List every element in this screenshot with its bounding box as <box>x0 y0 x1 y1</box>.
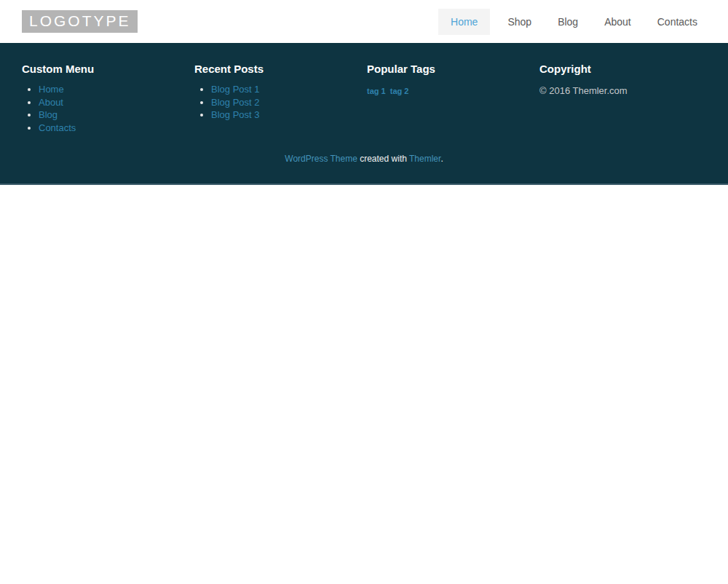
footer-copyright: Copyright © 2016 Themler.com <box>539 63 712 134</box>
tag-link-1[interactable]: tag 1 <box>367 87 386 95</box>
footer-link-blog[interactable]: Blog <box>39 109 58 120</box>
page: LOGOTYPE Home Shop Blog About Contacts C… <box>0 0 728 584</box>
copyright-text: © 2016 Themler.com <box>539 85 712 96</box>
list-item: Blog Post 2 <box>211 96 367 109</box>
recent-post-link-3[interactable]: Blog Post 3 <box>211 109 260 120</box>
nav-item-about[interactable]: About <box>596 9 640 35</box>
nav-item-shop[interactable]: Shop <box>499 9 540 35</box>
recent-posts-title: Recent Posts <box>194 63 367 75</box>
themler-link[interactable]: Themler <box>409 154 440 164</box>
footer-columns: Custom Menu Home About Blog Contacts Rec… <box>0 63 728 134</box>
site-footer: Custom Menu Home About Blog Contacts Rec… <box>0 43 728 185</box>
credit-suffix: . <box>440 154 443 164</box>
copyright-title: Copyright <box>539 63 712 75</box>
list-item: Blog Post 3 <box>211 108 367 122</box>
nav-item-contacts[interactable]: Contacts <box>649 9 706 35</box>
footer-link-about[interactable]: About <box>39 97 63 108</box>
recent-post-link-2[interactable]: Blog Post 2 <box>211 97 260 108</box>
tag-link-2[interactable]: tag 2 <box>390 87 409 95</box>
credit-text: created with <box>357 154 409 164</box>
nav-item-home[interactable]: Home <box>438 9 490 35</box>
nav-item-blog[interactable]: Blog <box>549 9 587 35</box>
footer-recent-posts: Recent Posts Blog Post 1 Blog Post 2 Blo… <box>194 63 367 134</box>
custom-menu-title: Custom Menu <box>22 63 194 75</box>
footer-popular-tags: Popular Tags tag 1 tag 2 <box>367 63 539 134</box>
list-item: Blog <box>39 108 194 122</box>
recent-posts-list: Blog Post 1 Blog Post 2 Blog Post 3 <box>194 83 367 122</box>
list-item: Contacts <box>39 122 194 135</box>
site-header: LOGOTYPE Home Shop Blog About Contacts <box>0 0 728 43</box>
popular-tags-title: Popular Tags <box>367 63 539 75</box>
site-logo[interactable]: LOGOTYPE <box>22 10 138 33</box>
list-item: Blog Post 1 <box>211 83 367 96</box>
list-item: Home <box>39 83 194 96</box>
main-nav: Home Shop Blog About Contacts <box>430 9 706 35</box>
footer-link-home[interactable]: Home <box>39 84 64 95</box>
footer-credit: WordPress Theme created with Themler. <box>0 154 728 164</box>
footer-link-contacts[interactable]: Contacts <box>39 122 76 133</box>
footer-custom-menu: Custom Menu Home About Blog Contacts <box>22 63 194 134</box>
custom-menu-list: Home About Blog Contacts <box>22 83 194 134</box>
wordpress-theme-link[interactable]: WordPress Theme <box>285 154 357 164</box>
tag-cloud: tag 1 tag 2 <box>367 87 539 95</box>
recent-post-link-1[interactable]: Blog Post 1 <box>211 84 260 95</box>
list-item: About <box>39 96 194 109</box>
